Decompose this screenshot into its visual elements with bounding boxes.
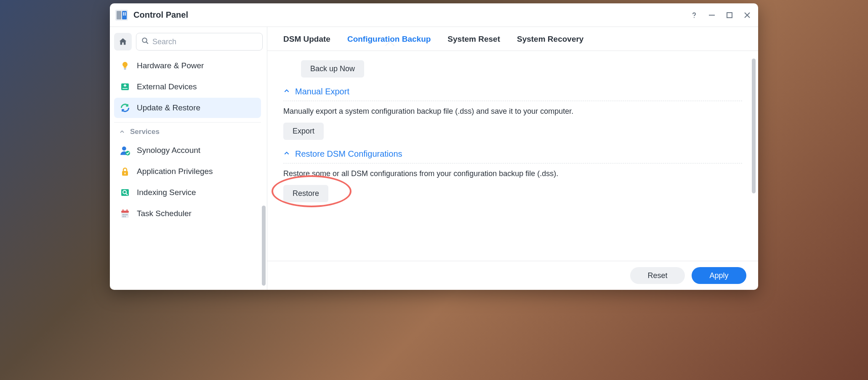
svg-rect-24 — [121, 211, 129, 213]
restore-button[interactable]: Restore — [283, 185, 328, 202]
content-scrollbar[interactable] — [752, 59, 756, 193]
sidebar-item-indexing-service[interactable]: Indexing Service — [114, 182, 261, 203]
sidebar-section-services[interactable]: Services — [114, 122, 261, 139]
window-body: Hardware & Power External Devices — [110, 27, 758, 290]
svg-point-15 — [122, 147, 126, 151]
section-desc-restore: Restore some or all DSM configurations f… — [283, 169, 742, 178]
svg-rect-25 — [122, 209, 124, 211]
svg-rect-29 — [126, 214, 128, 215]
sidebar-item-hardware-power[interactable]: Hardware & Power — [114, 56, 261, 76]
svg-rect-1 — [117, 11, 121, 19]
sidebar-scrollbar[interactable] — [262, 206, 266, 286]
app-icon — [115, 8, 128, 22]
task-scheduler-icon — [119, 208, 131, 219]
maximize-button[interactable] — [725, 11, 734, 19]
account-icon — [119, 145, 131, 156]
help-button[interactable] — [690, 11, 698, 19]
search-input[interactable] — [152, 37, 257, 46]
svg-rect-3 — [123, 12, 124, 16]
sidebar-item-update-restore[interactable]: Update & Restore — [114, 98, 261, 118]
indexing-icon — [119, 187, 131, 198]
section-restore: Restore DSM Configurations Restore some … — [283, 149, 742, 202]
main-panel: DSM Update Configuration Backup System R… — [267, 27, 758, 290]
search-icon — [141, 37, 149, 46]
tab-configuration-backup[interactable]: Configuration Backup — [347, 35, 431, 51]
chevron-up-icon — [283, 87, 290, 96]
external-drive-icon — [119, 81, 131, 93]
sidebar-item-task-scheduler[interactable]: Task Scheduler — [114, 203, 261, 224]
section-header-manual-export[interactable]: Manual Export — [283, 87, 742, 101]
svg-rect-12 — [124, 68, 126, 70]
control-panel-window: Control Panel — [110, 3, 758, 290]
tab-dsm-update[interactable]: DSM Update — [283, 35, 330, 51]
sidebar-item-label: Task Scheduler — [137, 209, 192, 218]
svg-rect-31 — [125, 216, 126, 217]
svg-rect-19 — [125, 173, 125, 174]
svg-rect-4 — [125, 12, 126, 16]
sidebar-item-external-devices[interactable]: External Devices — [114, 77, 261, 97]
sidebar-section-label: Services — [130, 128, 160, 136]
export-button[interactable]: Export — [283, 123, 324, 140]
svg-rect-2 — [122, 11, 127, 19]
footer: Reset Apply — [267, 261, 758, 290]
window-title: Control Panel — [133, 10, 690, 20]
reset-button[interactable]: Reset — [630, 267, 685, 284]
svg-rect-27 — [122, 214, 124, 215]
lock-icon — [119, 166, 131, 177]
sidebar-item-label: Application Privileges — [137, 167, 213, 176]
search-field[interactable] — [136, 33, 263, 51]
tab-system-reset[interactable]: System Reset — [447, 35, 500, 51]
apply-button[interactable]: Apply — [692, 267, 746, 284]
window-controls — [690, 11, 751, 19]
tab-system-recovery[interactable]: System Recovery — [517, 35, 583, 51]
tab-bar: DSM Update Configuration Backup System R… — [267, 27, 758, 51]
sidebar-list: Hardware & Power External Devices — [114, 55, 263, 286]
svg-rect-26 — [127, 209, 128, 211]
sidebar: Hardware & Power External Devices — [110, 27, 267, 290]
svg-point-5 — [694, 17, 695, 18]
sidebar-item-application-privileges[interactable]: Application Privileges — [114, 161, 261, 182]
close-button[interactable] — [743, 11, 751, 19]
section-title: Restore DSM Configurations — [295, 149, 402, 159]
svg-rect-28 — [125, 214, 126, 215]
sidebar-item-synology-account[interactable]: Synology Account — [114, 140, 261, 161]
section-header-restore[interactable]: Restore DSM Configurations — [283, 149, 742, 163]
sidebar-item-label: Hardware & Power — [137, 61, 204, 70]
section-desc-manual-export: Manually export a system configuration b… — [283, 107, 742, 116]
section-title: Manual Export — [295, 87, 349, 96]
sidebar-item-label: Synology Account — [137, 146, 200, 155]
backup-now-button[interactable]: Back up Now — [301, 60, 364, 78]
sidebar-item-label: Indexing Service — [137, 188, 196, 197]
chevron-up-icon — [283, 149, 290, 159]
section-manual-export: Manual Export Manually export a system c… — [283, 87, 742, 140]
svg-rect-30 — [122, 216, 124, 217]
sidebar-item-label: External Devices — [137, 82, 197, 91]
svg-rect-7 — [727, 13, 732, 18]
svg-point-10 — [142, 38, 147, 43]
lightbulb-icon — [119, 60, 131, 72]
titlebar: Control Panel — [110, 3, 758, 27]
update-restore-icon — [119, 102, 131, 114]
content-area: Back up Now Manual Export Manually expor… — [267, 51, 758, 261]
svg-line-11 — [146, 42, 148, 44]
minimize-button[interactable] — [708, 11, 716, 19]
chevron-up-icon — [119, 128, 126, 135]
home-button[interactable] — [114, 33, 132, 51]
sidebar-item-label: Update & Restore — [137, 103, 200, 112]
